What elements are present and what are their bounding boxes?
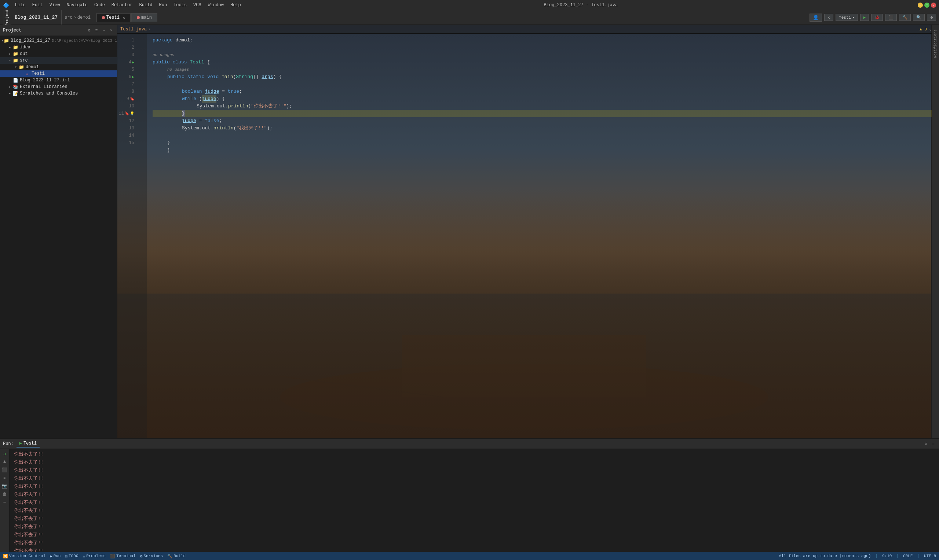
services-tab[interactable]: ⚙ Services: [140, 554, 163, 558]
build-button[interactable]: 🔨: [899, 14, 911, 21]
menu-tools[interactable]: Tools: [171, 2, 190, 8]
menu-code[interactable]: Code: [91, 2, 108, 8]
run-tab-bottom[interactable]: ▶ Run: [50, 554, 60, 558]
menu-help[interactable]: Help: [227, 2, 244, 8]
ln-15: 15: [117, 139, 136, 146]
build-tab[interactable]: 🔨 Build: [167, 554, 186, 558]
run-icon-l6[interactable]: ▶: [132, 75, 134, 79]
menu-build[interactable]: Build: [136, 2, 155, 8]
run-config-arrow: ▾: [852, 15, 855, 20]
tree-src[interactable]: ▾ 📁 src: [0, 57, 117, 64]
tab-main-label: main: [141, 15, 152, 20]
version-control-tab[interactable]: 🔀 Version Control: [3, 554, 45, 558]
output-line-5: 你出不去了!!: [14, 483, 934, 491]
minimize-button[interactable]: —: [918, 3, 923, 8]
tab-main[interactable]: main: [131, 13, 157, 22]
run-output[interactable]: 你出不去了!! 你出不去了!! 你出不去了!! 你出不去了!! 你出不去了!! …: [9, 449, 939, 552]
output-line-3: 你出不去了!!: [14, 466, 934, 475]
run-config-label: Test1: [839, 15, 851, 20]
scratches-expand-icon: ▸: [7, 91, 12, 96]
code-editor[interactable]: 1 2 3 4 ▶ 5 6 ▶ 7 8 9 🔖 10: [117, 34, 939, 438]
code-line-8: boolean judge = true ;: [153, 88, 934, 95]
breadcrumb-sep-1: ›: [74, 15, 76, 20]
tree-demo1[interactable]: ▾ 📁 demo1: [0, 64, 117, 70]
encoding[interactable]: UTF-8: [924, 554, 936, 558]
run-tab-test1[interactable]: ▶ Test1: [17, 440, 40, 448]
menu-vcs[interactable]: VCS: [190, 2, 204, 8]
menu-edit[interactable]: Edit: [29, 2, 46, 8]
bookmark-icon-l11[interactable]: 🔖: [125, 111, 129, 116]
menu-file[interactable]: File: [12, 2, 29, 8]
services-label: Services: [143, 554, 163, 558]
stop-run-button[interactable]: ⬛: [2, 466, 8, 473]
maximize-button[interactable]: □: [924, 3, 930, 8]
output-line-7: 你出不去了!!: [14, 499, 934, 507]
more-btn[interactable]: ⋯: [2, 499, 8, 505]
todo-tab[interactable]: ☑ TODO: [65, 554, 78, 558]
line-separator[interactable]: CRLF: [903, 554, 913, 558]
ext-icon: 📚: [12, 84, 19, 90]
menu-run[interactable]: Run: [156, 2, 170, 8]
ln-7: 7: [117, 81, 136, 88]
clear-btn[interactable]: 🗑: [2, 491, 8, 497]
scratches-label: Scratches and Consoles: [20, 91, 78, 96]
run-bottom-icon: ▶: [50, 554, 52, 558]
filter-btn[interactable]: ≡: [2, 475, 8, 481]
menu-view[interactable]: View: [46, 2, 63, 8]
run-settings-icon[interactable]: ⚙: [923, 441, 929, 447]
terminal-tab[interactable]: ⬛ Terminal: [110, 554, 136, 558]
menu-window[interactable]: Window: [205, 2, 227, 8]
tree-test1[interactable]: ▸ ☕ Test1: [0, 70, 117, 77]
ext-expand-icon: ▸: [7, 84, 12, 89]
settings-btn[interactable]: ⚙: [927, 14, 936, 21]
debug-button[interactable]: 🐞: [871, 14, 883, 21]
scroll-up-btn[interactable]: ▲: [2, 458, 8, 465]
project-more-icon[interactable]: ⋯: [101, 28, 107, 33]
close-button[interactable]: ✕: [931, 3, 936, 8]
stop-button[interactable]: ⬛: [885, 14, 897, 21]
run-toolbar: ↺ ▲ ⬛ ≡ 📷 🗑 ⋯: [0, 449, 9, 552]
camera-btn[interactable]: 📷: [2, 483, 8, 489]
expand-icon[interactable]: ⌄: [929, 27, 932, 32]
search-btn[interactable]: 🔍: [913, 14, 925, 21]
run-icon-l4[interactable]: ▶: [132, 60, 134, 65]
file-tab-label[interactable]: Test1.java: [120, 27, 147, 32]
bulb-icon-l11[interactable]: 💡: [130, 111, 134, 116]
tab-test1-close[interactable]: ✕: [122, 15, 125, 20]
problems-tab[interactable]: ⚠ Problems: [83, 554, 106, 558]
back-button[interactable]: ◁: [824, 14, 833, 21]
run-config-selector[interactable]: Test1 ▾: [836, 14, 858, 21]
code-content[interactable]: package demo1; no usages public class Te…: [147, 34, 934, 438]
tree-ext-libs[interactable]: ▸ 📚 External Libraries: [0, 83, 117, 90]
run-minimize-icon[interactable]: —: [930, 441, 936, 447]
idea-expand-icon: ▸: [7, 45, 12, 50]
project-header: Project ⚙ ≡ ⋯ ✕: [0, 25, 117, 36]
cursor-position[interactable]: 9:10: [882, 554, 892, 558]
run-button[interactable]: ▶: [860, 14, 869, 21]
window-title: Blog_2023_11_27 - Test1.java: [247, 3, 915, 8]
iml-file-icon: 📄: [12, 77, 19, 83]
menu-navigate[interactable]: Navigate: [63, 2, 91, 8]
ln-11: 11 🔖 💡: [117, 110, 136, 117]
project-sidebar-tab[interactable]: Project: [3, 10, 11, 25]
status-message: All files are up-to-date (moments ago): [779, 554, 871, 558]
user-icon-btn[interactable]: 👤: [809, 14, 822, 22]
project-close-icon[interactable]: ✕: [108, 28, 114, 33]
project-settings-icon[interactable]: ⚙: [86, 28, 92, 33]
project-collapse-icon[interactable]: ≡: [94, 28, 99, 33]
code-line-12: judge = false ;: [153, 117, 934, 125]
run-panel: Run: ▶ Test1 ⚙ — ↺ ▲ ⬛ ≡ 📷 🗑 ⋯ 你出不去了!! 你…: [0, 438, 939, 552]
tree-iml[interactable]: ▸ 📄 Blog_2023_11_27.iml: [0, 77, 117, 83]
notifications-label: Notifications: [933, 29, 937, 58]
rerun-button[interactable]: ↺: [2, 451, 8, 457]
tab-test1[interactable]: Test1 ✕: [97, 13, 131, 22]
tree-out[interactable]: ▸ 📁 out: [0, 51, 117, 57]
bookmark-icon-l9[interactable]: 🔖: [130, 97, 134, 101]
menu-refactor[interactable]: Refactor: [109, 2, 136, 8]
ln-12: 12: [117, 117, 136, 125]
tree-root[interactable]: ▾ 📁 Blog_2023_11_27 D:\Project\JAVA\Blog…: [0, 37, 117, 44]
demo1-folder-icon: 📁: [19, 64, 24, 70]
tree-scratches[interactable]: ▸ 📝 Scratches and Consoles: [0, 90, 117, 97]
output-line-9: 你出不去了!!: [14, 515, 934, 523]
tree-idea[interactable]: ▸ 📁 idea: [0, 44, 117, 51]
